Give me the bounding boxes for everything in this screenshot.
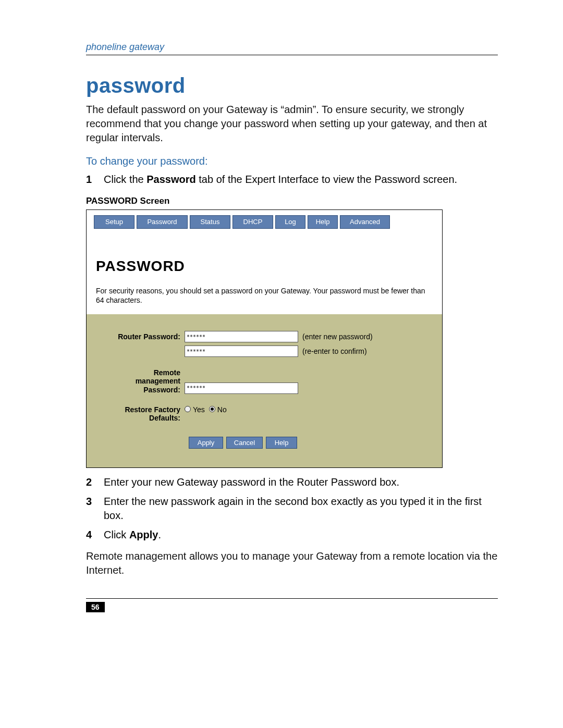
tab-setup[interactable]: Setup xyxy=(94,215,134,229)
page-number: 56 xyxy=(86,602,105,612)
outro-paragraph: Remote management allows you to manage y… xyxy=(86,549,498,577)
step-list-1: Click the Password tab of the Expert Int… xyxy=(86,172,498,187)
router-password-input[interactable] xyxy=(185,331,298,342)
password-form: Router Password: (enter new password) (r… xyxy=(87,314,442,467)
remote-password-label: Remote management Password: xyxy=(96,368,185,393)
tab-password[interactable]: Password xyxy=(137,215,188,229)
section-title: password xyxy=(86,74,498,97)
step-4: Click Apply. xyxy=(86,528,498,542)
step-1-post: tab of the Expert Interface to view the … xyxy=(196,174,457,185)
running-header: phoneline gateway xyxy=(86,42,498,53)
restore-no-label: No xyxy=(217,405,227,414)
password-screen: Setup Password Status DHCP Log Help Adva… xyxy=(86,209,443,468)
restore-yes-label: Yes xyxy=(193,405,205,414)
restore-no-radio[interactable] xyxy=(209,406,215,412)
step-1-pre: Click the xyxy=(104,174,146,185)
restore-defaults-radios: Yes No xyxy=(185,405,227,414)
tab-status[interactable]: Status xyxy=(190,215,230,229)
apply-button[interactable]: Apply xyxy=(189,437,223,449)
help-button[interactable]: Help xyxy=(266,437,297,449)
intro-paragraph: The default password on your Gateway is … xyxy=(86,103,498,145)
subheading: To change your password: xyxy=(86,155,498,167)
remote-password-input[interactable] xyxy=(185,382,298,394)
tab-log[interactable]: Log xyxy=(275,215,305,229)
tab-help[interactable]: Help xyxy=(308,215,338,229)
step-1: Click the Password tab of the Expert Int… xyxy=(86,172,498,187)
hint-confirm-password: (re-enter to confirm) xyxy=(298,347,367,355)
router-password-confirm-input[interactable] xyxy=(185,346,298,357)
step-2: Enter your new Gateway password in the R… xyxy=(86,475,498,489)
restore-defaults-label: Restore Factory Defaults: xyxy=(96,405,185,422)
step-4-bold: Apply xyxy=(129,529,158,540)
header-rule xyxy=(86,55,498,55)
button-row: Apply Cancel Help xyxy=(189,437,433,449)
hint-new-password: (enter new password) xyxy=(298,332,373,341)
step-list-2: Enter your new Gateway password in the R… xyxy=(86,475,498,542)
tab-bar: Setup Password Status DHCP Log Help Adva… xyxy=(87,210,442,229)
step-4-post: . xyxy=(158,529,161,540)
page-footer: 56 xyxy=(86,598,498,612)
step-3: Enter the new passwork again in the seco… xyxy=(86,495,498,523)
step-1-bold: Password xyxy=(146,174,195,185)
restore-yes-radio[interactable] xyxy=(185,406,191,412)
panel-heading: PASSWORD xyxy=(96,258,433,275)
screenshot-caption: PASSWORD Screen xyxy=(86,196,498,206)
panel-note: For security reasons, you should set a p… xyxy=(96,286,433,305)
cancel-button[interactable]: Cancel xyxy=(226,437,263,449)
step-4-pre: Click xyxy=(104,529,129,540)
tab-dhcp[interactable]: DHCP xyxy=(232,215,273,229)
router-password-label: Router Password: xyxy=(96,332,185,341)
tab-advanced[interactable]: Advanced xyxy=(340,215,390,229)
